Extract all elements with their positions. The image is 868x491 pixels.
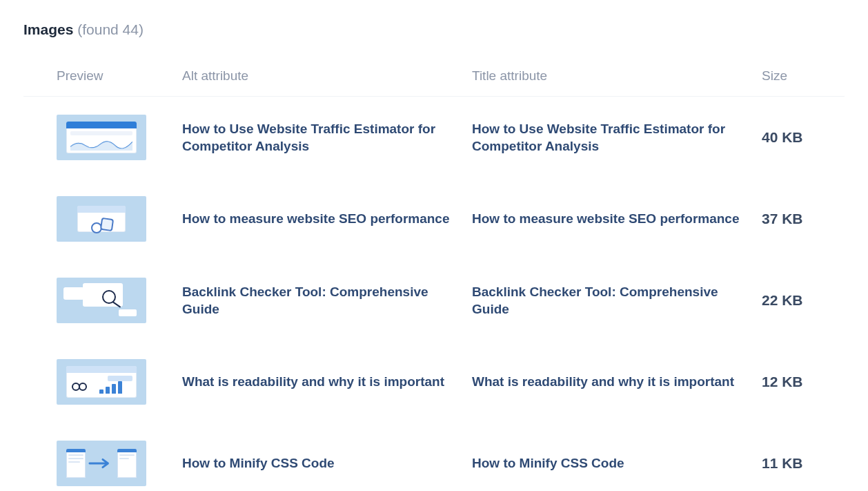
- image-thumbnail[interactable]: [57, 441, 146, 486]
- alt-attribute-cell: How to measure website SEO performance: [182, 210, 472, 228]
- alt-attribute-cell: What is readability and why it is import…: [182, 373, 472, 391]
- panel-title-label: Images: [23, 21, 73, 37]
- size-cell: 12 KB: [762, 374, 845, 390]
- panel-title-count: (found 44): [77, 21, 144, 37]
- image-thumbnail[interactable]: [57, 196, 146, 242]
- title-attribute-cell: What is readability and why it is import…: [472, 373, 762, 391]
- table-row[interactable]: Backlink Checker Tool: Comprehensive Gui…: [23, 260, 845, 341]
- alt-attribute-cell: How to Use Website Traffic Estimator for…: [182, 120, 472, 155]
- glasses-icon: [72, 381, 87, 394]
- column-header-alt[interactable]: Alt attribute: [182, 59, 472, 97]
- image-thumbnail[interactable]: [57, 278, 146, 323]
- image-thumbnail[interactable]: [57, 359, 146, 405]
- table-row[interactable]: How to Minify CSS Code How to Minify CSS…: [23, 423, 845, 491]
- alt-attribute-cell: Backlink Checker Tool: Comprehensive Gui…: [182, 283, 472, 318]
- arrow-right-icon: [88, 458, 115, 469]
- size-cell: 22 KB: [762, 292, 845, 309]
- size-cell: 37 KB: [762, 211, 845, 227]
- column-header-preview[interactable]: Preview: [23, 59, 182, 97]
- alt-attribute-cell: How to Minify CSS Code: [182, 454, 472, 472]
- panel-title: Images (found 44): [23, 21, 845, 38]
- size-cell: 11 KB: [762, 455, 845, 472]
- table-row[interactable]: How to measure website SEO performance H…: [23, 178, 845, 260]
- table-header-row: Preview Alt attribute Title attribute Si…: [23, 59, 845, 97]
- title-attribute-cell: How to Minify CSS Code: [472, 454, 762, 472]
- images-panel: Images (found 44) Preview Alt attribute …: [0, 0, 868, 491]
- title-attribute-cell: How to measure website SEO performance: [472, 210, 762, 228]
- column-header-title[interactable]: Title attribute: [472, 59, 762, 97]
- images-table: Preview Alt attribute Title attribute Si…: [23, 59, 845, 491]
- image-thumbnail[interactable]: [57, 115, 146, 160]
- table-row[interactable]: What is readability and why it is import…: [23, 341, 845, 423]
- title-attribute-cell: Backlink Checker Tool: Comprehensive Gui…: [472, 283, 762, 318]
- magnifier-icon: [102, 290, 116, 304]
- bar-chart-icon: [99, 381, 122, 394]
- table-row[interactable]: How to Use Website Traffic Estimator for…: [23, 97, 845, 179]
- title-attribute-cell: How to Use Website Traffic Estimator for…: [472, 120, 762, 155]
- size-cell: 40 KB: [762, 129, 845, 146]
- column-header-size[interactable]: Size: [762, 59, 845, 97]
